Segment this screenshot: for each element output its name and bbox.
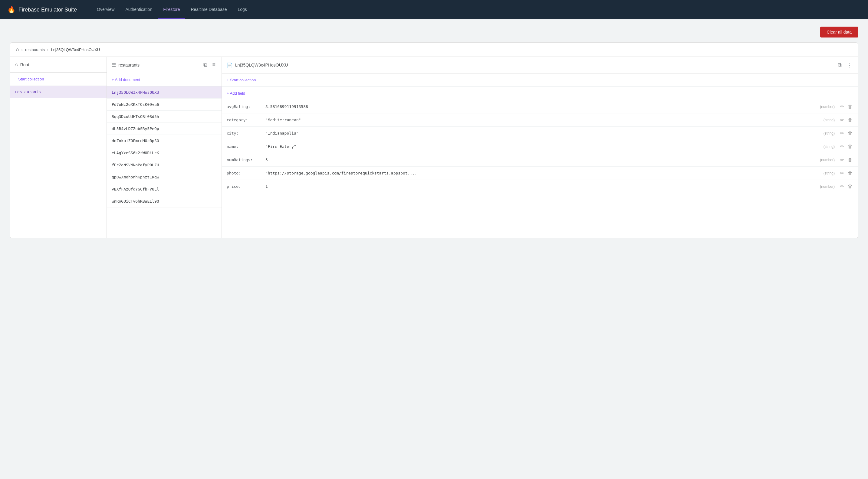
panel-collection-header: ☰ restaurants ⧉ ≡	[107, 57, 221, 73]
app-brand: 🔥 Firebase Emulator Suite	[7, 6, 77, 13]
collection-list-item-3[interactable]: dL5B4vLDZZubSRy5PeQp	[107, 123, 221, 135]
edit-avgrating-button[interactable]: ✏	[840, 103, 845, 110]
field-value-price: 1	[266, 184, 817, 189]
panel-document: 📄 Lnj35QLQW3x4PHosOUXU ⧉ ⋮ + Start colle…	[222, 57, 858, 238]
edit-category-button[interactable]: ✏	[840, 116, 845, 124]
flame-icon: 🔥	[7, 6, 16, 13]
field-key-photo: photo:	[227, 171, 263, 175]
add-document-button[interactable]: + Add document	[112, 76, 140, 83]
collection-list-item-0[interactable]: Lnj35QLQW3x4PHosOUXU	[107, 87, 221, 99]
edit-name-button[interactable]: ✏	[840, 143, 845, 150]
document-add-field-row: + Add field	[222, 87, 858, 100]
root-list-item-restaurants[interactable]: restaurants	[10, 86, 106, 98]
delete-city-button[interactable]: 🗑	[847, 130, 853, 137]
start-collection-button[interactable]: + Start collection	[15, 76, 44, 82]
collection-list-item-8[interactable]: vBXfFAzOfqYGCfbFVULl	[107, 183, 221, 195]
collection-list-item-2[interactable]: Rqq3DcuUdHTsOBf0Sd5h	[107, 111, 221, 123]
panel-collection: ☰ restaurants ⧉ ≡ + Add document Lnj35QL…	[107, 57, 222, 238]
edit-numratings-button[interactable]: ✏	[840, 156, 845, 163]
tab-overview[interactable]: Overview	[91, 0, 120, 19]
root-icon: ⌂	[15, 62, 18, 67]
document-icon: 📄	[227, 62, 233, 68]
panel-collection-title: restaurants	[118, 63, 200, 67]
field-value-photo: "https://storage.googleapis.com/firestor…	[266, 171, 821, 175]
field-value-city: "Indianapolis"	[266, 131, 821, 135]
field-key-avgrating: avgRating:	[227, 104, 263, 109]
field-type-numratings: (number)	[820, 158, 835, 162]
panel-root-title: Root	[20, 62, 102, 67]
breadcrumb-doc-id: Lnj35QLQW3x4PHosOUXU	[51, 47, 100, 52]
root-list: restaurants	[10, 86, 106, 238]
breadcrumb-separator-2: ›	[47, 47, 49, 52]
delete-numratings-button[interactable]: 🗑	[847, 157, 853, 163]
filter-collection-icon[interactable]: ≡	[211, 61, 217, 69]
field-type-price: (number)	[820, 184, 835, 189]
app-title: Firebase Emulator Suite	[19, 7, 77, 13]
breadcrumb: ⌂ › restaurants › Lnj35QLQW3x4PHosOUXU	[10, 42, 858, 57]
field-type-category: (string)	[824, 118, 835, 122]
root-action-row: + Start collection	[10, 73, 106, 86]
field-type-name: (string)	[824, 144, 835, 149]
field-row-category: category: "Mediterranean" (string) ✏ 🗑	[222, 113, 858, 127]
toolbar-row: Clear all data	[10, 27, 858, 37]
field-key-price: price:	[227, 184, 263, 189]
edit-price-button[interactable]: ✏	[840, 183, 845, 190]
breadcrumb-restaurants[interactable]: restaurants	[25, 47, 45, 52]
tab-firestore[interactable]: Firestore	[158, 0, 185, 19]
field-row-photo: photo: "https://storage.googleapis.com/f…	[222, 167, 858, 180]
collection-list-item-9[interactable]: wnRoGUiCTv6hRBWELl9Q	[107, 195, 221, 207]
panel-root-header: ⌂ Root	[10, 57, 106, 73]
field-type-avgrating: (number)	[820, 105, 835, 109]
tab-realtime-database[interactable]: Realtime Database	[185, 0, 232, 19]
delete-avgrating-button[interactable]: 🗑	[847, 103, 853, 110]
field-key-category: category:	[227, 117, 263, 122]
collection-list-item-7[interactable]: qp0wXmohoMhKpnzt1Kgw	[107, 171, 221, 183]
field-value-category: "Mediterranean"	[266, 117, 821, 122]
home-icon[interactable]: ⌂	[16, 47, 19, 52]
edit-photo-button[interactable]: ✏	[840, 170, 845, 177]
tab-logs[interactable]: Logs	[232, 0, 252, 19]
tab-authentication[interactable]: Authentication	[120, 0, 158, 19]
delete-photo-button[interactable]: 🗑	[847, 170, 853, 177]
field-row-avgrating: avgRating: 3.5816899119913588 (number) ✏…	[222, 100, 858, 113]
delete-category-button[interactable]: 🗑	[847, 117, 853, 124]
breadcrumb-separator-1: ›	[22, 47, 23, 52]
collection-list-item-6[interactable]: fEcZoNSVMNoPefyPBLZH	[107, 159, 221, 171]
panel-root: ⌂ Root + Start collection restaurants	[10, 57, 107, 238]
field-value-numratings: 5	[266, 158, 817, 162]
document-fields-list: avgRating: 3.5816899119913588 (number) ✏…	[222, 100, 858, 238]
clear-all-button[interactable]: Clear all data	[820, 27, 859, 37]
navbar: 🔥 Firebase Emulator Suite Overview Authe…	[0, 0, 868, 19]
main-content: Clear all data ⌂ › restaurants › Lnj35QL…	[0, 19, 868, 245]
collection-list-item-4[interactable]: dnZokuiZOEmrnMOcBpSO	[107, 135, 221, 147]
document-start-collection-button[interactable]: + Start collection	[227, 76, 256, 83]
document-start-collection-row: + Start collection	[222, 73, 858, 87]
panel-document-title: Lnj35QLQW3x4PHosOUXU	[235, 63, 834, 67]
panel-document-header: 📄 Lnj35QLQW3x4PHosOUXU ⧉ ⋮	[222, 57, 858, 73]
field-row-city: city: "Indianapolis" (string) ✏ 🗑	[222, 127, 858, 140]
panel-container: ⌂ Root + Start collection restaurants ☰ …	[10, 57, 858, 238]
field-row-name: name: "Fire Eatery" (string) ✏ 🗑	[222, 140, 858, 153]
field-key-city: city:	[227, 131, 263, 135]
field-value-avgrating: 3.5816899119913588	[266, 104, 817, 109]
collection-icon: ☰	[112, 62, 116, 68]
copy-collection-icon[interactable]: ⧉	[202, 61, 209, 69]
copy-document-icon[interactable]: ⧉	[837, 61, 843, 69]
field-type-photo: (string)	[824, 171, 835, 175]
field-type-city: (string)	[824, 131, 835, 135]
collection-list-item-5[interactable]: eLAgYxeSS6k2zWORiLcK	[107, 147, 221, 159]
collection-list: Lnj35QLQW3x4PHosOUXU Pd7oNz2eXKxTQsK09va…	[107, 87, 221, 238]
delete-price-button[interactable]: 🗑	[847, 183, 853, 190]
delete-name-button[interactable]: 🗑	[847, 143, 853, 150]
collection-list-item-1[interactable]: Pd7oNz2eXKxTQsK09va6	[107, 99, 221, 111]
collection-action-row: + Add document	[107, 73, 221, 87]
field-row-numratings: numRatings: 5 (number) ✏ 🗑	[222, 153, 858, 167]
edit-city-button[interactable]: ✏	[840, 130, 845, 137]
add-field-button[interactable]: + Add field	[227, 90, 245, 97]
field-key-name: name:	[227, 144, 263, 149]
more-document-icon[interactable]: ⋮	[845, 61, 853, 69]
field-row-price: price: 1 (number) ✏ 🗑	[222, 180, 858, 193]
field-value-name: "Fire Eatery"	[266, 144, 821, 149]
nav-tabs: Overview Authentication Firestore Realti…	[91, 0, 252, 19]
field-key-numratings: numRatings:	[227, 158, 263, 162]
